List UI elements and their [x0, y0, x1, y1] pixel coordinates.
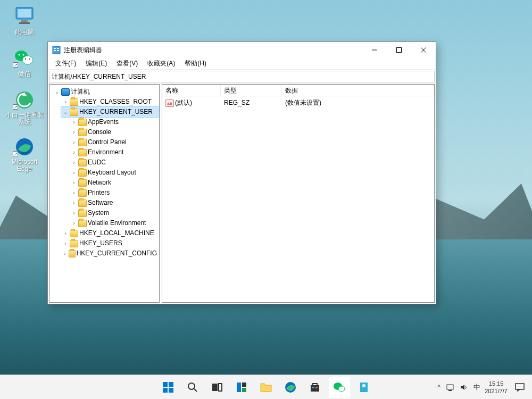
- tree-label: Volatile Environment: [88, 218, 146, 228]
- widgets-button[interactable]: [231, 377, 252, 398]
- close-button[interactable]: [411, 42, 436, 58]
- column-header-type[interactable]: 类型: [221, 85, 282, 96]
- tree-expander-icon[interactable]: ›: [71, 117, 77, 127]
- tree-key-printers[interactable]: ›Printers: [70, 188, 158, 198]
- tree-expander-icon[interactable]: ›: [71, 208, 77, 218]
- tree-key-eudc[interactable]: ›EUDC: [70, 157, 158, 168]
- tree-pane[interactable]: ⌄ 计算机 ›HKEY_CLASSES_ROOT⌄HKEY_CURRENT_US…: [49, 84, 160, 303]
- svg-rect-19: [397, 48, 402, 53]
- menu-file[interactable]: 文件(F): [51, 58, 80, 69]
- tree-expander-icon[interactable]: ›: [62, 248, 68, 259]
- minimize-button[interactable]: [362, 42, 387, 58]
- tree-key-control-panel[interactable]: ›Control Panel: [70, 137, 158, 147]
- file-explorer-button[interactable]: [255, 377, 277, 398]
- list-header: 名称 类型 数据: [162, 85, 434, 96]
- edge-button[interactable]: [280, 377, 301, 398]
- desktop-icon-wechat[interactable]: ↗ 微信: [4, 47, 45, 79]
- tree-label: HKEY_CURRENT_USER: [79, 107, 153, 117]
- tree-key-console[interactable]: ›Console: [70, 127, 158, 137]
- task-view-button[interactable]: [206, 377, 228, 398]
- desktop-icon-this-pc[interactable]: 此电脑: [4, 5, 45, 37]
- menu-view[interactable]: 查看(V): [112, 58, 142, 69]
- svg-point-6: [19, 54, 20, 56]
- tree-expander-icon[interactable]: ›: [71, 188, 77, 198]
- app-button[interactable]: [353, 377, 375, 398]
- desktop-icon-xiaobai[interactable]: ↗ 小白一键重装系统: [4, 89, 45, 126]
- column-header-name[interactable]: 名称: [162, 85, 221, 96]
- tree-expander-icon[interactable]: ›: [62, 228, 69, 238]
- shortcut-overlay-icon: ↗: [13, 104, 18, 110]
- tree-label: Control Panel: [88, 137, 127, 147]
- tree-expander-icon[interactable]: ›: [71, 198, 77, 208]
- tree-expander-icon[interactable]: ›: [62, 238, 69, 248]
- tree-expander-icon[interactable]: ›: [71, 218, 77, 228]
- svg-rect-41: [447, 385, 453, 389]
- start-button[interactable]: [157, 377, 179, 398]
- maximize-button[interactable]: [387, 42, 411, 58]
- menu-help[interactable]: 帮助(H): [180, 58, 211, 69]
- tree-label: HKEY_CLASSES_ROOT: [79, 97, 152, 107]
- svg-rect-25: [169, 388, 173, 393]
- volume-icon[interactable]: [460, 384, 468, 391]
- address-bar[interactable]: [49, 71, 435, 82]
- system-tray[interactable]: ^ 中: [437, 383, 480, 392]
- tree-label: HKEY_LOCAL_MACHINE: [79, 228, 154, 238]
- tree-key-environment[interactable]: ›Environment: [70, 147, 158, 157]
- tree-label: Keyboard Layout: [88, 168, 136, 178]
- tree-expander-icon[interactable]: ›: [71, 137, 77, 147]
- tray-chevron-icon[interactable]: ^: [437, 383, 440, 391]
- desktop-icon-label: 微信: [18, 70, 31, 79]
- tree-key-software[interactable]: ›Software: [70, 198, 158, 208]
- tree-key-system[interactable]: ›System: [70, 208, 158, 218]
- tree-expander-icon[interactable]: ⌄: [62, 107, 69, 117]
- titlebar[interactable]: 注册表编辑器: [48, 42, 436, 58]
- tree-key-appevents[interactable]: ›AppEvents: [70, 117, 158, 127]
- tree-hive-hkey-current-config[interactable]: ›HKEY_CURRENT_CONFIG: [61, 248, 158, 259]
- search-button[interactable]: [182, 377, 203, 398]
- notifications-button[interactable]: [512, 383, 528, 392]
- tree-key-keyboard-layout[interactable]: ›Keyboard Layout: [70, 168, 158, 178]
- tree-hive-hkey-current-user[interactable]: ⌄HKEY_CURRENT_USER: [61, 107, 158, 117]
- folder-icon: [78, 129, 87, 136]
- tree-label: Environment: [88, 147, 123, 157]
- svg-point-40: [362, 384, 365, 387]
- column-header-data[interactable]: 数据: [282, 85, 434, 96]
- address-input[interactable]: [52, 73, 432, 80]
- desktop-icon-edge[interactable]: ↗ Microsoft Edge: [4, 136, 45, 172]
- svg-rect-30: [237, 383, 241, 392]
- tree-key-network[interactable]: ›Network: [70, 178, 158, 188]
- tree-root-computer[interactable]: ⌄ 计算机: [53, 87, 158, 97]
- network-icon[interactable]: [446, 384, 454, 391]
- ime-indicator[interactable]: 中: [473, 383, 480, 392]
- computer-icon: [61, 88, 70, 96]
- shortcut-overlay-icon: ↗: [13, 62, 18, 68]
- svg-point-5: [22, 56, 33, 64]
- tree-label: Printers: [88, 188, 110, 198]
- folder-icon: [78, 210, 87, 217]
- tree-expander-icon[interactable]: ›: [62, 97, 69, 107]
- menu-edit[interactable]: 编辑(E): [81, 58, 111, 69]
- svg-rect-32: [242, 388, 246, 392]
- tree-expander-icon[interactable]: ⌄: [54, 87, 60, 97]
- registry-value-row[interactable]: ab(默认)REG_SZ(数值未设置): [162, 97, 434, 108]
- shortcut-overlay-icon: ↗: [13, 151, 18, 156]
- wechat-taskbar-button[interactable]: [329, 377, 350, 398]
- tree-key-volatile-environment[interactable]: ›Volatile Environment: [70, 218, 158, 228]
- tree-expander-icon[interactable]: ›: [71, 157, 77, 168]
- tree-hive-hkey-users[interactable]: ›HKEY_USERS: [61, 238, 158, 248]
- store-button[interactable]: [304, 377, 326, 398]
- svg-rect-1: [18, 9, 31, 18]
- tree-expander-icon[interactable]: ›: [71, 178, 77, 188]
- taskbar-clock[interactable]: 15:15 2021/7/7: [485, 380, 508, 395]
- tree-label: Console: [88, 127, 111, 137]
- tree-expander-icon[interactable]: ›: [71, 147, 77, 157]
- tree-expander-icon[interactable]: ›: [71, 168, 77, 178]
- folder-icon: [70, 240, 78, 247]
- menu-favorites[interactable]: 收藏夹(A): [143, 58, 179, 69]
- tree-expander-icon[interactable]: ›: [71, 127, 77, 137]
- svg-rect-15: [54, 50, 56, 51]
- tree-label: 计算机: [71, 87, 90, 97]
- tree-hive-hkey-classes-root[interactable]: ›HKEY_CLASSES_ROOT: [61, 97, 158, 107]
- tree-hive-hkey-local-machine[interactable]: ›HKEY_LOCAL_MACHINE: [61, 228, 158, 238]
- values-pane[interactable]: 名称 类型 数据 ab(默认)REG_SZ(数值未设置): [162, 84, 435, 303]
